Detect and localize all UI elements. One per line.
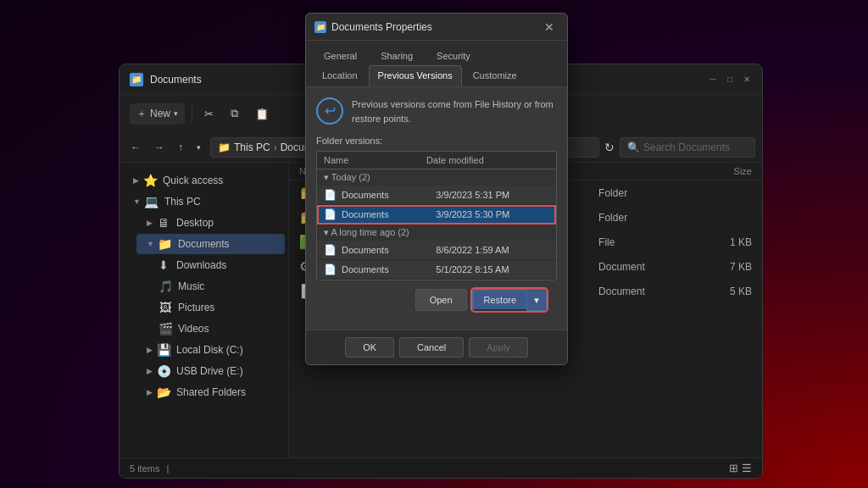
- statusbar-separator: |: [166, 463, 169, 474]
- expand-icon-shared: ▶: [147, 388, 153, 396]
- tab-customize[interactable]: Customize: [464, 65, 526, 86]
- versions-table: Name Date modified ▾ Today (2) 📄 Documen…: [316, 151, 557, 280]
- minimize-button[interactable]: ─: [708, 75, 718, 85]
- dropdown-button[interactable]: ▾: [192, 140, 205, 155]
- list-view-button[interactable]: ⊞: [729, 462, 738, 474]
- copy-button[interactable]: ⧉: [225, 103, 243, 124]
- cut-button[interactable]: ✂: [199, 104, 219, 124]
- sidebar-item-desktop[interactable]: ▶ 🖥 Desktop: [136, 213, 285, 233]
- disk-icon: 💾: [156, 343, 171, 357]
- dialog-titlebar: 📁 Documents Properties ✕: [306, 14, 567, 41]
- toolbar-separator: [192, 105, 192, 122]
- music-icon: 🎵: [158, 280, 173, 293]
- search-icon: 🔍: [627, 141, 640, 153]
- close-button[interactable]: ✕: [742, 75, 752, 85]
- version-name-3: Documents: [342, 245, 436, 255]
- versions-table-header: Name Date modified: [317, 152, 556, 169]
- sidebar-item-pictures[interactable]: ▶ 🖼 Pictures: [136, 297, 285, 318]
- sidebar-item-music[interactable]: ▶ 🎵 Music: [136, 276, 285, 297]
- today-collapse-icon: ▾: [324, 172, 331, 182]
- chevron-down-icon: ▾: [174, 109, 178, 118]
- version-doc-icon-4: 📄: [324, 263, 337, 275]
- quick-access-label: Quick access: [163, 175, 223, 186]
- items-count: 5 items: [130, 463, 159, 474]
- expand-icon-desktop: ▶: [147, 219, 153, 227]
- expand-icon-documents: ▼: [147, 240, 154, 248]
- open-button[interactable]: Open: [415, 289, 467, 311]
- details-view-button[interactable]: ☰: [742, 462, 752, 474]
- old-group-label: A long time ago (2): [331, 227, 409, 237]
- search-placeholder: Search Documents: [643, 141, 730, 153]
- tab-security[interactable]: Security: [426, 46, 481, 65]
- forward-button[interactable]: →: [150, 138, 169, 157]
- documents-folder-icon: 📁: [158, 237, 173, 251]
- history-icon: ↩: [316, 97, 343, 125]
- sidebar-item-videos[interactable]: ▶ 🎬 Videos: [136, 319, 285, 339]
- versions-group-today-header: ▾ Today (2): [317, 169, 556, 186]
- expand-icon: ▶: [133, 176, 139, 185]
- versions-group-old: ▾ A long time ago (2) 📄 Documents 8/6/20…: [317, 225, 556, 280]
- cancel-button[interactable]: Cancel: [399, 337, 464, 358]
- restore-dropdown-button[interactable]: ▼: [526, 289, 547, 311]
- expand-icon-usb: ▶: [147, 367, 153, 375]
- dialog-description-text: Previous versions come from File History…: [352, 97, 557, 125]
- address-chevron: ›: [274, 141, 277, 153]
- col-header-size: Size: [684, 166, 752, 176]
- dialog-actions: Open Restore ▼: [316, 289, 557, 319]
- search-bar[interactable]: 🔍 Search Documents: [620, 137, 755, 158]
- sidebar-pc-section: ▶ 🖥 Desktop ▼ 📁 Documents ▶ ⬇ Downloads …: [120, 213, 288, 402]
- version-row-today-1[interactable]: 📄 Documents 3/9/2023 5:31 PM: [317, 186, 556, 205]
- version-doc-icon-2: 📄: [324, 208, 337, 220]
- apply-button[interactable]: Apply: [469, 337, 528, 358]
- usb-icon: 💿: [156, 364, 171, 378]
- statusbar-view-controls: ⊞ ☰: [729, 462, 752, 474]
- ok-button[interactable]: OK: [345, 337, 394, 358]
- sidebar-item-this-pc[interactable]: ▼ 💻 This PC: [123, 191, 285, 212]
- desktop-icon: 🖥: [156, 216, 171, 230]
- version-row-today-2[interactable]: 📄 Documents 3/9/2023 5:30 PM: [317, 205, 556, 225]
- versions-group-old-header: ▾ A long time ago (2): [317, 225, 556, 241]
- tab-general[interactable]: General: [313, 46, 368, 65]
- videos-icon: 🎬: [158, 322, 173, 336]
- tab-sharing[interactable]: Sharing: [370, 46, 424, 65]
- today-group-label: Today (2): [331, 172, 370, 182]
- paste-button[interactable]: 📋: [250, 104, 274, 124]
- tab-location[interactable]: Location: [313, 65, 367, 86]
- version-name-2: Documents: [342, 209, 436, 219]
- sidebar-item-local-disk[interactable]: ▶ 💾 Local Disk (C:): [136, 340, 285, 360]
- version-date-4: 5/1/2022 8:15 AM: [436, 264, 549, 274]
- statusbar: 5 items | ⊞ ☰: [120, 458, 762, 478]
- expand-icon-pc: ▼: [133, 197, 141, 206]
- shared-icon: 📂: [156, 385, 171, 399]
- dialog-description: ↩ Previous versions come from File Histo…: [316, 97, 557, 125]
- star-icon: ⭐: [142, 174, 158, 187]
- sidebar: ▶ ⭐ Quick access ▼ 💻 This PC ▶ 🖥 Desktop…: [120, 163, 289, 458]
- maximize-button[interactable]: □: [725, 75, 735, 85]
- sidebar-item-documents[interactable]: ▼ 📁 Documents: [136, 234, 285, 254]
- dialog-title: Documents Properties: [331, 21, 540, 33]
- restore-group: Restore ▼: [472, 289, 547, 311]
- sidebar-item-usb[interactable]: ▶ 💿 USB Drive (E:): [136, 361, 285, 381]
- up-arrow-button[interactable]: ↑: [174, 138, 187, 157]
- version-date-2: 3/9/2023 5:30 PM: [436, 209, 549, 219]
- sidebar-item-shared[interactable]: ▶ 📂 Shared Folders: [136, 382, 285, 402]
- folder-versions-label: Folder versions:: [316, 136, 557, 146]
- versions-group-today: ▾ Today (2) 📄 Documents 3/9/2023 5:31 PM…: [317, 169, 556, 225]
- restore-button[interactable]: Restore: [472, 289, 527, 311]
- dialog-close-button[interactable]: ✕: [540, 19, 559, 36]
- dialog-bottom-actions: OK Cancel Apply: [306, 330, 567, 364]
- sidebar-item-downloads[interactable]: ▶ ⬇ Downloads: [136, 255, 285, 275]
- refresh-button[interactable]: ↻: [604, 141, 615, 154]
- version-row-old-1[interactable]: 📄 Documents 8/6/2022 1:59 AM: [317, 241, 556, 260]
- dialog-content: ↩ Previous versions come from File Histo…: [306, 87, 567, 330]
- tab-previous-versions[interactable]: Previous Versions: [369, 65, 462, 86]
- dialog-tabs: General Sharing Security: [306, 41, 567, 65]
- address-part-pc: This PC: [234, 141, 270, 153]
- new-button[interactable]: ＋ New ▾: [130, 103, 185, 125]
- sidebar-item-quick-access[interactable]: ▶ ⭐ Quick access: [123, 170, 285, 191]
- back-button[interactable]: ←: [126, 138, 145, 157]
- computer-icon: 💻: [144, 195, 159, 208]
- version-name-4: Documents: [342, 264, 436, 274]
- version-row-old-2[interactable]: 📄 Documents 5/1/2022 8:15 AM: [317, 260, 556, 280]
- pictures-icon: 🖼: [158, 301, 173, 314]
